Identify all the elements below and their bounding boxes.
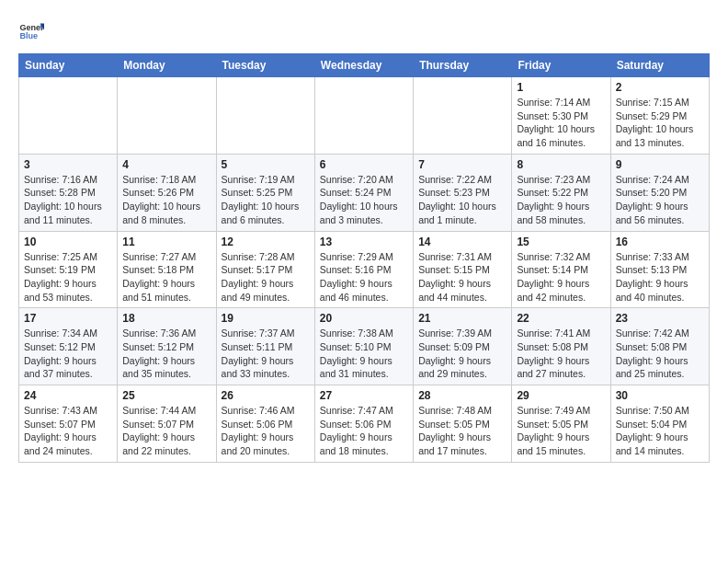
calendar-cell: 27Sunrise: 7:47 AMSunset: 5:06 PMDayligh… [314, 385, 413, 463]
day-info: Sunrise: 7:15 AMSunset: 5:29 PMDaylight:… [616, 96, 704, 150]
calendar-cell: 6Sunrise: 7:20 AMSunset: 5:24 PMDaylight… [314, 154, 413, 231]
calendar-cell: 24Sunrise: 7:43 AMSunset: 5:07 PMDayligh… [19, 385, 118, 463]
calendar-cell: 5Sunrise: 7:19 AMSunset: 5:25 PMDaylight… [216, 154, 314, 231]
calendar-cell: 19Sunrise: 7:37 AMSunset: 5:11 PMDayligh… [216, 308, 314, 385]
calendar-cell: 16Sunrise: 7:33 AMSunset: 5:13 PMDayligh… [610, 231, 709, 308]
calendar-cell: 25Sunrise: 7:44 AMSunset: 5:07 PMDayligh… [118, 385, 216, 463]
day-info: Sunrise: 7:20 AMSunset: 5:24 PMDaylight:… [320, 173, 408, 227]
calendar-cell: 4Sunrise: 7:18 AMSunset: 5:26 PMDaylight… [118, 154, 216, 231]
page-header: General Blue [18, 18, 710, 44]
calendar-cell: 21Sunrise: 7:39 AMSunset: 5:09 PMDayligh… [414, 308, 512, 385]
weekday-header: Sunday [19, 54, 118, 77]
day-info: Sunrise: 7:28 AMSunset: 5:17 PMDaylight:… [222, 250, 310, 304]
day-number: 14 [418, 236, 506, 248]
calendar-cell: 15Sunrise: 7:32 AMSunset: 5:14 PMDayligh… [512, 231, 610, 308]
day-number: 30 [616, 389, 704, 402]
day-number: 12 [222, 236, 310, 248]
day-info: Sunrise: 7:36 AMSunset: 5:12 PMDaylight:… [122, 327, 210, 381]
calendar-cell: 12Sunrise: 7:28 AMSunset: 5:17 PMDayligh… [216, 231, 314, 308]
calendar-cell: 17Sunrise: 7:34 AMSunset: 5:12 PMDayligh… [19, 308, 118, 385]
day-number: 22 [517, 312, 605, 325]
calendar-cell: 2Sunrise: 7:15 AMSunset: 5:29 PMDaylight… [610, 77, 709, 155]
calendar-cell: 1Sunrise: 7:14 AMSunset: 5:30 PMDaylight… [512, 77, 610, 155]
day-info: Sunrise: 7:14 AMSunset: 5:30 PMDaylight:… [517, 96, 605, 150]
day-number: 27 [320, 389, 408, 402]
day-info: Sunrise: 7:27 AMSunset: 5:18 PMDaylight:… [122, 250, 210, 304]
calendar-cell: 18Sunrise: 7:36 AMSunset: 5:12 PMDayligh… [118, 308, 216, 385]
calendar-cell: 3Sunrise: 7:16 AMSunset: 5:28 PMDaylight… [19, 154, 118, 231]
day-number: 19 [222, 312, 310, 325]
day-number: 1 [517, 81, 605, 94]
calendar-week-row: 10Sunrise: 7:25 AMSunset: 5:19 PMDayligh… [19, 231, 710, 308]
day-number: 10 [24, 236, 112, 248]
day-number: 3 [24, 158, 112, 171]
calendar-cell [118, 77, 216, 155]
weekday-header: Friday [512, 54, 610, 77]
calendar-cell: 28Sunrise: 7:48 AMSunset: 5:05 PMDayligh… [414, 385, 512, 463]
weekday-header: Monday [118, 54, 216, 77]
day-number: 4 [122, 158, 210, 171]
day-info: Sunrise: 7:47 AMSunset: 5:06 PMDaylight:… [320, 404, 408, 458]
day-number: 20 [320, 312, 408, 325]
weekday-header: Saturday [610, 54, 709, 77]
day-number: 17 [24, 312, 112, 325]
day-number: 11 [122, 236, 210, 248]
day-info: Sunrise: 7:37 AMSunset: 5:11 PMDaylight:… [222, 327, 310, 381]
day-number: 23 [616, 312, 704, 325]
day-info: Sunrise: 7:42 AMSunset: 5:08 PMDaylight:… [616, 327, 704, 381]
day-info: Sunrise: 7:43 AMSunset: 5:07 PMDaylight:… [24, 404, 112, 458]
calendar-cell: 13Sunrise: 7:29 AMSunset: 5:16 PMDayligh… [314, 231, 413, 308]
weekday-header: Thursday [414, 54, 512, 77]
calendar-week-row: 1Sunrise: 7:14 AMSunset: 5:30 PMDaylight… [19, 77, 710, 155]
day-info: Sunrise: 7:44 AMSunset: 5:07 PMDaylight:… [122, 404, 210, 458]
calendar-cell: 22Sunrise: 7:41 AMSunset: 5:08 PMDayligh… [512, 308, 610, 385]
calendar-cell: 30Sunrise: 7:50 AMSunset: 5:04 PMDayligh… [610, 385, 709, 463]
day-info: Sunrise: 7:50 AMSunset: 5:04 PMDaylight:… [616, 404, 704, 458]
day-number: 15 [517, 236, 605, 248]
calendar-cell: 8Sunrise: 7:23 AMSunset: 5:22 PMDaylight… [512, 154, 610, 231]
calendar-cell [314, 77, 413, 155]
day-info: Sunrise: 7:49 AMSunset: 5:05 PMDaylight:… [517, 404, 605, 458]
day-info: Sunrise: 7:38 AMSunset: 5:10 PMDaylight:… [320, 327, 408, 381]
calendar-week-row: 17Sunrise: 7:34 AMSunset: 5:12 PMDayligh… [19, 308, 710, 385]
day-number: 24 [24, 389, 112, 402]
day-number: 26 [222, 389, 310, 402]
day-info: Sunrise: 7:24 AMSunset: 5:20 PMDaylight:… [616, 173, 704, 227]
calendar-cell [19, 77, 118, 155]
day-info: Sunrise: 7:39 AMSunset: 5:09 PMDaylight:… [418, 327, 506, 381]
day-info: Sunrise: 7:46 AMSunset: 5:06 PMDaylight:… [222, 404, 310, 458]
calendar-cell: 23Sunrise: 7:42 AMSunset: 5:08 PMDayligh… [610, 308, 709, 385]
calendar-table: SundayMondayTuesdayWednesdayThursdayFrid… [18, 53, 710, 463]
calendar-cell: 29Sunrise: 7:49 AMSunset: 5:05 PMDayligh… [512, 385, 610, 463]
calendar-week-row: 3Sunrise: 7:16 AMSunset: 5:28 PMDaylight… [19, 154, 710, 231]
day-info: Sunrise: 7:41 AMSunset: 5:08 PMDaylight:… [517, 327, 605, 381]
day-number: 25 [122, 389, 210, 402]
day-info: Sunrise: 7:19 AMSunset: 5:25 PMDaylight:… [222, 173, 310, 227]
calendar-cell: 11Sunrise: 7:27 AMSunset: 5:18 PMDayligh… [118, 231, 216, 308]
day-number: 9 [616, 158, 704, 171]
day-number: 13 [320, 236, 408, 248]
day-info: Sunrise: 7:34 AMSunset: 5:12 PMDaylight:… [24, 327, 112, 381]
day-info: Sunrise: 7:23 AMSunset: 5:22 PMDaylight:… [517, 173, 605, 227]
day-number: 29 [517, 389, 605, 402]
day-number: 8 [517, 158, 605, 171]
day-info: Sunrise: 7:16 AMSunset: 5:28 PMDaylight:… [24, 173, 112, 227]
logo-icon: General Blue [18, 18, 44, 44]
day-info: Sunrise: 7:31 AMSunset: 5:15 PMDaylight:… [418, 250, 506, 304]
day-number: 18 [122, 312, 210, 325]
calendar-cell: 14Sunrise: 7:31 AMSunset: 5:15 PMDayligh… [414, 231, 512, 308]
calendar-cell [414, 77, 512, 155]
day-number: 21 [418, 312, 506, 325]
svg-text:Blue: Blue [19, 31, 38, 40]
day-info: Sunrise: 7:25 AMSunset: 5:19 PMDaylight:… [24, 250, 112, 304]
day-info: Sunrise: 7:22 AMSunset: 5:23 PMDaylight:… [418, 173, 506, 227]
calendar-cell: 26Sunrise: 7:46 AMSunset: 5:06 PMDayligh… [216, 385, 314, 463]
logo: General Blue [18, 18, 51, 44]
day-number: 6 [320, 158, 408, 171]
calendar-cell: 7Sunrise: 7:22 AMSunset: 5:23 PMDaylight… [414, 154, 512, 231]
day-info: Sunrise: 7:32 AMSunset: 5:14 PMDaylight:… [517, 250, 605, 304]
day-number: 7 [418, 158, 506, 171]
weekday-header: Wednesday [314, 54, 413, 77]
calendar-week-row: 24Sunrise: 7:43 AMSunset: 5:07 PMDayligh… [19, 385, 710, 463]
day-info: Sunrise: 7:48 AMSunset: 5:05 PMDaylight:… [418, 404, 506, 458]
